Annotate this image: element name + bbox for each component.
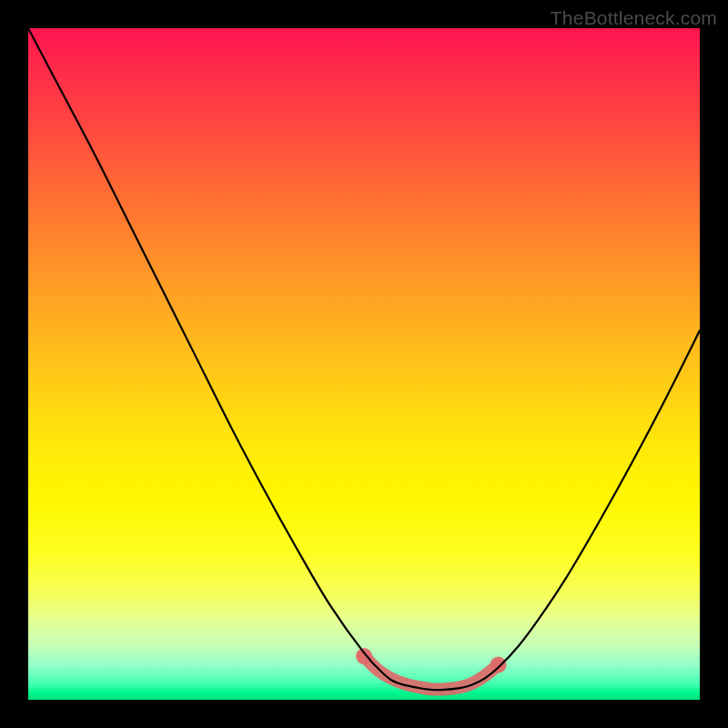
watermark-text: TheBottleneck.com — [551, 7, 717, 29]
chart-frame: TheBottleneck.com — [0, 0, 728, 728]
plot-background — [28, 28, 700, 700]
